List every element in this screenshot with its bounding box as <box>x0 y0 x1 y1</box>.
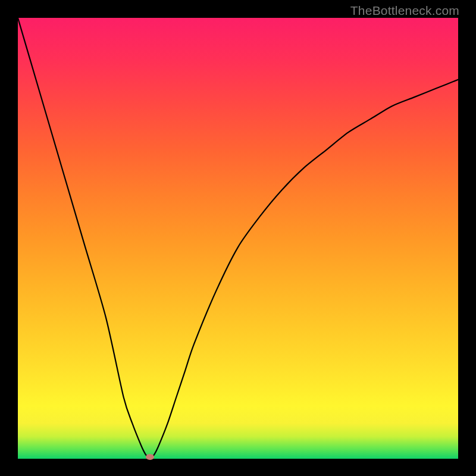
bottleneck-curve-path <box>18 18 458 459</box>
minimum-marker <box>146 454 154 460</box>
plot-area <box>18 18 458 459</box>
curve-svg <box>18 18 458 459</box>
watermark-label: TheBottleneck.com <box>350 4 459 18</box>
chart-frame: TheBottleneck.com <box>0 0 476 476</box>
